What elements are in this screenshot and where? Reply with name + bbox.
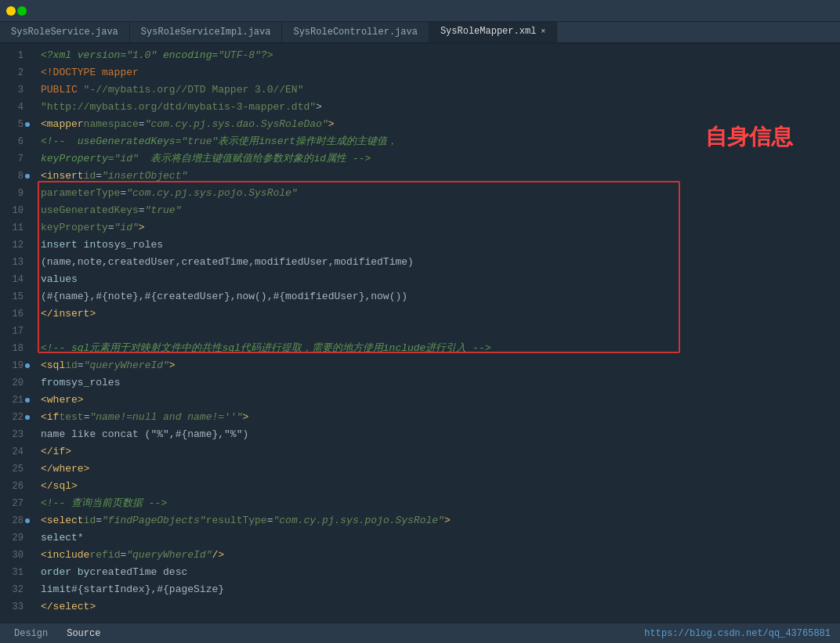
line-number: 21 bbox=[8, 392, 24, 409]
code-line: keyProperty="id" 表示将自增主键值赋值给参数对象的id属性 --… bbox=[31, 150, 840, 168]
code-line: limit #{startIndex},#{pageSize} bbox=[31, 581, 840, 598]
code-line: select * bbox=[31, 529, 840, 547]
code-line: <?xml version="1.0" encoding="UTF-8"?> bbox=[31, 47, 840, 64]
line-number: 6 bbox=[8, 133, 24, 150]
tab-bar: SysRoleService.javaSysRoleServiceImpl.ja… bbox=[0, 22, 840, 44]
line-number: 1 bbox=[8, 47, 24, 64]
code-line: (#{name},#{note},#{createdUser},now(),#{… bbox=[31, 288, 840, 305]
source-tab[interactable]: Source bbox=[62, 627, 105, 641]
window-controls[interactable] bbox=[6, 6, 27, 16]
line-number: 11 bbox=[8, 219, 24, 237]
line-number: 16 bbox=[8, 305, 24, 323]
tab-close-icon[interactable]: × bbox=[541, 27, 545, 36]
code-line: <!-- sql元素用于对映射文件中的共性sql代码进行提取，需要的地方使用in… bbox=[31, 340, 840, 357]
code-line: keyProperty="id"> bbox=[31, 219, 840, 237]
line-number: 8 bbox=[8, 168, 24, 185]
code-line: "http://mybatis.org/dtd/mybatis-3-mapper… bbox=[31, 99, 840, 116]
line-number: 27 bbox=[8, 495, 24, 512]
code-line: PUBLIC "-//mybatis.org//DTD Mapper 3.0//… bbox=[31, 81, 840, 99]
code-line: <sql id="queryWhereId"> bbox=[31, 357, 840, 374]
code-line: (name,note,createdUser,createdTime,modif… bbox=[31, 254, 840, 271]
line-number: 29 bbox=[8, 529, 24, 547]
line-number: 9 bbox=[8, 185, 24, 202]
line-number: 14 bbox=[8, 271, 24, 288]
line-number: 23 bbox=[8, 426, 24, 443]
line-number: 10 bbox=[8, 202, 24, 219]
line-number: 20 bbox=[8, 374, 24, 392]
code-line: <insert id="insertObject" bbox=[31, 168, 840, 185]
code-line: <!-- useGeneratedKeys="true"表示使用insert操作… bbox=[31, 133, 840, 150]
line-number: 5 bbox=[8, 116, 24, 133]
line-number: 7 bbox=[8, 150, 24, 168]
code-line: </where> bbox=[31, 461, 840, 478]
line-numbers: 1234567891011121314151617181920212223242… bbox=[0, 44, 31, 623]
line-number: 24 bbox=[8, 443, 24, 461]
code-line: <!-- 查询当前页数据 --> bbox=[31, 495, 840, 512]
line-number: 18 bbox=[8, 340, 24, 357]
minimize-button[interactable] bbox=[6, 6, 16, 16]
code-line: useGeneratedKeys="true" bbox=[31, 202, 840, 219]
code-line: parameterType="com.cy.pj.sys.pojo.SysRol… bbox=[31, 185, 840, 202]
code-line: order by createdTime desc bbox=[31, 564, 840, 581]
tab-label: SysRoleService.java bbox=[11, 27, 118, 38]
tab-label: SysRoleMapper.xml bbox=[440, 26, 536, 37]
tab-tab3[interactable]: SysRoleController.java bbox=[282, 22, 429, 42]
line-number: 28 bbox=[8, 512, 24, 529]
code-line bbox=[31, 323, 840, 340]
tab-tab2[interactable]: SysRoleServiceImpl.java bbox=[130, 22, 283, 42]
line-number: 4 bbox=[8, 99, 24, 116]
editor-area: 自身信息 12345678910111213141516171819202122… bbox=[0, 44, 840, 623]
tab-tab4[interactable]: SysRoleMapper.xml× bbox=[429, 22, 557, 42]
line-number: 15 bbox=[8, 288, 24, 305]
design-tab[interactable]: Design bbox=[9, 627, 52, 641]
code-line: </insert> bbox=[31, 305, 840, 323]
line-number: 32 bbox=[8, 581, 24, 598]
code-line: <include refid="queryWhereId"/> bbox=[31, 547, 840, 564]
line-number: 31 bbox=[8, 564, 24, 581]
line-number: 33 bbox=[8, 598, 24, 616]
code-line: from sys_roles bbox=[31, 374, 840, 392]
line-number: 19 bbox=[8, 357, 24, 374]
status-left: Design Source bbox=[9, 627, 105, 641]
title-bar bbox=[0, 0, 840, 22]
code-line: name like concat ("%",#{name},"%") bbox=[31, 426, 840, 443]
code-line: <where> bbox=[31, 392, 840, 409]
tab-label: SysRoleController.java bbox=[293, 27, 417, 38]
line-number: 2 bbox=[8, 64, 24, 81]
code-area: 1234567891011121314151617181920212223242… bbox=[0, 44, 840, 623]
line-number: 25 bbox=[8, 461, 24, 478]
tab-tab1[interactable]: SysRoleService.java bbox=[0, 22, 130, 42]
line-number: 30 bbox=[8, 547, 24, 564]
code-line: insert into sys_roles bbox=[31, 237, 840, 254]
line-number: 12 bbox=[8, 237, 24, 254]
line-number: 3 bbox=[8, 81, 24, 99]
code-content[interactable]: <?xml version="1.0" encoding="UTF-8"?><!… bbox=[31, 44, 840, 623]
code-line: </if> bbox=[31, 443, 840, 461]
line-number: 26 bbox=[8, 478, 24, 495]
code-line: values bbox=[31, 271, 840, 288]
tab-label: SysRoleServiceImpl.java bbox=[141, 27, 271, 38]
status-bar: Design Source https://blog.csdn.net/qq_4… bbox=[0, 623, 840, 643]
code-line: <select id="findPageObjects" resultType=… bbox=[31, 512, 840, 529]
line-number: 13 bbox=[8, 254, 24, 271]
maximize-button[interactable] bbox=[17, 6, 27, 16]
line-number: 22 bbox=[8, 409, 24, 426]
code-line: </select> bbox=[31, 598, 840, 616]
code-line: </sql> bbox=[31, 478, 840, 495]
code-line: <if test="name!=null and name!=''"> bbox=[31, 409, 840, 426]
code-line: <!DOCTYPE mapper bbox=[31, 64, 840, 81]
status-url[interactable]: https://blog.csdn.net/qq_43765881 bbox=[644, 628, 831, 639]
code-line: <mapper namespace="com.cy.pj.sys.dao.Sys… bbox=[31, 116, 840, 133]
line-number: 17 bbox=[8, 323, 24, 340]
